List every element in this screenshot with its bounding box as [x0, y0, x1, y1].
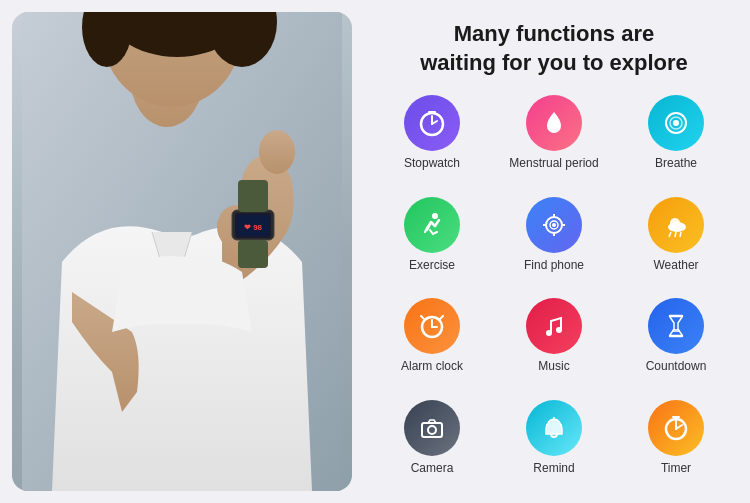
stopwatch-label: Stopwatch: [404, 156, 460, 170]
menstrual-period-label: Menstrual period: [509, 156, 598, 170]
feature-item-exercise: Exercise: [374, 197, 490, 288]
feature-item-camera: Camera: [374, 400, 490, 491]
music-label: Music: [538, 359, 569, 373]
feature-item-remind: Remind: [496, 400, 612, 491]
svg-line-33: [680, 232, 681, 237]
svg-point-6: [259, 130, 295, 174]
stopwatch-icon: [404, 95, 460, 151]
feature-item-weather: Weather: [618, 197, 734, 288]
svg-line-31: [669, 232, 671, 237]
watch-image: ❤ 98: [12, 12, 352, 491]
svg-line-38: [440, 316, 443, 319]
feature-item-find-phone: Find phone: [496, 197, 612, 288]
section-title: Many functions are waiting for you to ex…: [374, 20, 734, 77]
svg-rect-9: [238, 240, 268, 268]
svg-point-42: [428, 426, 436, 434]
remind-icon: [526, 400, 582, 456]
remind-label: Remind: [533, 461, 574, 475]
timer-icon: [648, 400, 704, 456]
alarm-clock-label: Alarm clock: [401, 359, 463, 373]
svg-line-32: [675, 232, 676, 237]
feature-item-countdown: Countdown: [618, 298, 734, 389]
features-panel: Many functions are waiting for you to ex…: [364, 0, 750, 503]
feature-item-timer: Timer: [618, 400, 734, 491]
camera-label: Camera: [411, 461, 454, 475]
feature-item-breathe: Breathe: [618, 95, 734, 186]
svg-point-21: [432, 213, 438, 219]
feature-item-menstrual-period: Menstrual period: [496, 95, 612, 186]
breathe-icon: [648, 95, 704, 151]
svg-rect-8: [238, 180, 268, 212]
svg-point-39: [546, 330, 552, 336]
feature-item-stopwatch: Stopwatch: [374, 95, 490, 186]
alarm-clock-icon: [404, 298, 460, 354]
music-icon: [526, 298, 582, 354]
weather-label: Weather: [653, 258, 698, 272]
countdown-icon: [648, 298, 704, 354]
find-phone-label: Find phone: [524, 258, 584, 272]
weather-icon: [648, 197, 704, 253]
exercise-icon: [404, 197, 460, 253]
svg-line-37: [421, 316, 424, 319]
timer-label: Timer: [661, 461, 691, 475]
camera-icon: [404, 400, 460, 456]
breathe-label: Breathe: [655, 156, 697, 170]
countdown-label: Countdown: [646, 359, 707, 373]
menstrual-period-icon: [526, 95, 582, 151]
feature-item-alarm-clock: Alarm clock: [374, 298, 490, 389]
svg-point-30: [668, 222, 686, 232]
find-phone-icon: [526, 197, 582, 253]
feature-item-music: Music: [496, 298, 612, 389]
svg-point-20: [673, 120, 679, 126]
svg-text:❤ 98: ❤ 98: [244, 223, 263, 232]
exercise-label: Exercise: [409, 258, 455, 272]
features-grid: StopwatchMenstrual periodBreatheExercise…: [374, 95, 734, 491]
svg-point-40: [556, 327, 562, 333]
svg-point-24: [552, 223, 556, 227]
watch-photo-panel: ❤ 98: [12, 12, 352, 491]
